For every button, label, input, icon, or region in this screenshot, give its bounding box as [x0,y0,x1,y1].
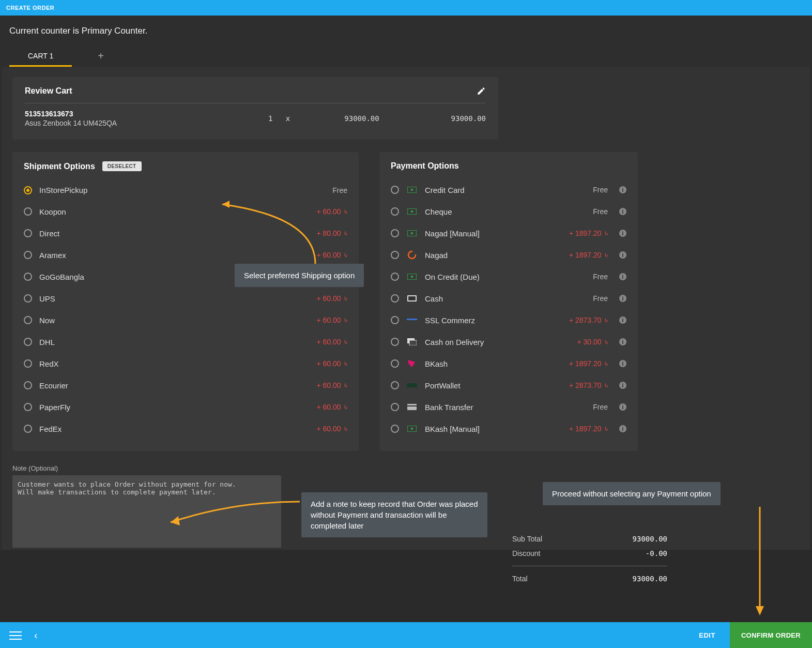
radio-icon[interactable] [391,381,399,389]
nagad-icon [406,250,418,260]
shipment-option-price: Free [332,186,347,194]
payment-option-price: Free [593,207,608,216]
radio-icon[interactable] [24,381,32,389]
shipment-option-price: + 60.00 ৳ [316,250,347,260]
info-icon[interactable]: i [619,208,626,215]
info-icon[interactable]: i [619,382,626,389]
payment-option[interactable]: BKash+ 1897.20 ৳i [391,353,626,374]
shipment-option[interactable]: InStorePickupFree [24,179,347,201]
payment-option[interactable]: CashFreei [391,288,626,309]
radio-icon[interactable] [391,207,399,216]
radio-icon[interactable] [391,403,399,411]
edit-button[interactable]: EDIT [684,631,730,639]
svg-point-5 [411,232,413,234]
shipment-option[interactable]: PaperFly+ 60.00 ৳ [24,396,347,418]
shipment-option[interactable]: Aramex+ 60.00 ৳ [24,244,347,266]
subtotal-value: 93000.00 [633,535,667,543]
shipment-option-label: UPS [39,294,309,303]
info-icon[interactable]: i [619,295,626,302]
payment-option-label: Cheque [425,207,586,216]
payment-option-price: Free [593,186,608,194]
info-icon[interactable]: i [619,403,626,411]
radio-icon[interactable] [391,229,399,237]
shipment-option-price: + 60.00 ৳ [316,337,347,346]
confirm-order-button[interactable]: CONFIRM ORDER [730,622,812,648]
radio-icon[interactable] [391,294,399,303]
radio-icon[interactable] [24,403,32,411]
payment-option[interactable]: Nagad [Manual]+ 1897.20 ৳i [391,222,626,244]
svg-rect-10 [407,319,417,320]
radio-icon[interactable] [391,359,399,368]
shipment-option-price: + 60.00 ৳ [316,381,347,390]
info-icon[interactable]: i [619,317,626,324]
review-cart-panel: Review Cart 513513613673 Asus Zenbook 14… [12,77,498,140]
back-chevron-icon[interactable]: ‹ [34,629,38,641]
payment-option[interactable]: On Credit (Due)Freei [391,266,626,288]
payment-option-label: Nagad [425,251,562,260]
svg-point-7 [411,276,413,278]
payment-option[interactable]: Nagad+ 1897.20 ৳i [391,244,626,266]
card-icon [406,424,418,433]
cart-item-unit-price: 93000.00 [315,114,408,123]
shipment-option-price: + 60.00 ৳ [316,315,347,325]
radio-icon[interactable] [391,338,399,346]
total-value: 93000.00 [633,575,667,583]
payment-option[interactable]: Bank TransferFreei [391,396,626,418]
info-icon[interactable]: i [619,338,626,345]
radio-icon[interactable] [391,316,399,324]
shipment-option-label: Ecourier [39,381,309,390]
radio-icon[interactable] [24,294,32,303]
bottom-bar: ‹ EDIT CONFIRM ORDER [0,622,812,648]
shipment-option[interactable]: DHL+ 60.00 ৳ [24,331,347,353]
radio-icon[interactable] [391,251,399,259]
hamburger-menu-icon[interactable] [9,629,22,641]
info-icon[interactable]: i [619,425,626,432]
deselect-button[interactable]: DESELECT [102,161,142,171]
shipment-option[interactable]: Ecourier+ 60.00 ৳ [24,374,347,396]
shipment-option[interactable]: UPS+ 60.00 ৳ [24,288,347,309]
radio-icon[interactable] [24,359,32,368]
payment-option[interactable]: ChequeFreei [391,201,626,222]
add-tab-button[interactable]: + [98,50,104,62]
shipment-option[interactable]: Direct+ 80.00 ৳ [24,222,347,244]
radio-icon[interactable] [24,207,32,216]
info-icon[interactable]: i [619,230,626,237]
radio-icon[interactable] [24,229,32,237]
shipment-option[interactable]: Koopon+ 60.00 ৳ [24,201,347,222]
payment-option[interactable]: BKash [Manual]+ 1897.20 ৳i [391,418,626,440]
payment-option[interactable]: Cash on Delivery+ 30.00 ৳i [391,331,626,353]
info-icon[interactable]: i [619,186,626,193]
radio-icon[interactable] [24,316,32,324]
payment-options-panel: Payment Options Credit CardFreeiChequeFr… [379,152,638,451]
note-textarea[interactable] [12,475,281,548]
shipment-option[interactable]: Now+ 60.00 ৳ [24,309,347,331]
info-icon[interactable]: i [619,273,626,280]
radio-icon[interactable] [391,186,399,194]
ssl-icon [406,315,418,325]
payment-option[interactable]: PortWallet+ 2873.70 ৳i [391,374,626,396]
svg-rect-9 [408,296,416,300]
edit-icon[interactable] [477,86,486,96]
cart-line-item: 513513613673 Asus Zenbook 14 UM425QA 1 x… [25,110,486,127]
note-label: Note (Optional) [12,464,281,472]
payment-option[interactable]: Credit CardFreei [391,179,626,201]
tab-cart-1[interactable]: CART 1 [9,46,72,67]
info-icon[interactable]: i [619,360,626,367]
radio-icon[interactable] [24,251,32,259]
radio-icon[interactable] [24,425,32,433]
info-icon[interactable]: i [619,251,626,259]
radio-icon[interactable] [391,273,399,281]
radio-icon[interactable] [24,273,32,281]
payment-option-price: + 1897.20 ৳ [569,359,608,368]
cart-item-sku: 513513613673 [25,110,243,118]
radio-icon[interactable] [391,425,399,433]
payment-option[interactable]: SSL Commerz+ 2873.70 ৳i [391,309,626,331]
payment-option-price: Free [593,294,608,303]
radio-icon[interactable] [24,186,32,194]
shipment-option[interactable]: FedEx+ 60.00 ৳ [24,418,347,440]
radio-icon[interactable] [24,338,32,346]
shipment-option[interactable]: RedX+ 60.00 ৳ [24,353,347,374]
payment-option-price: + 1897.20 ৳ [569,424,608,433]
svg-point-17 [411,428,413,430]
subtotal-label: Sub Total [512,535,542,543]
